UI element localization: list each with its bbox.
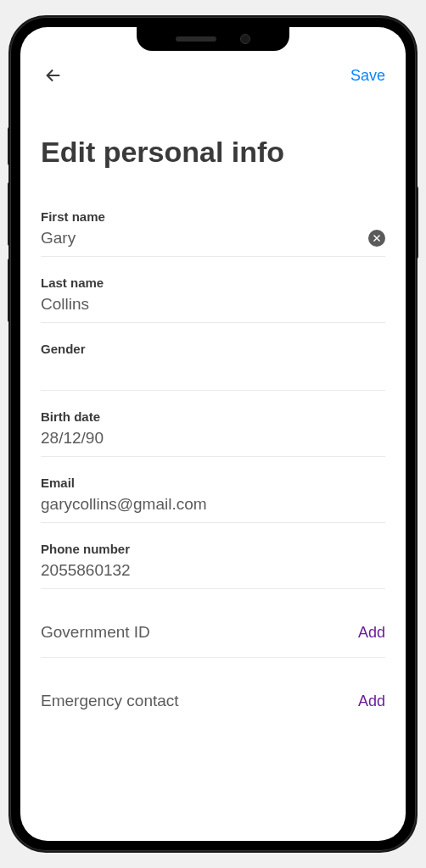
link-label: Emergency contact (41, 692, 179, 710)
field-label: Last name (41, 275, 385, 290)
side-button (8, 259, 10, 322)
government-id-row[interactable]: Government ID Add (41, 608, 385, 658)
link-label: Government ID (41, 623, 150, 642)
back-arrow-icon (44, 66, 63, 85)
field-label: Phone number (41, 542, 385, 556)
last-name-input[interactable] (41, 295, 385, 314)
email-input[interactable] (41, 495, 385, 514)
field-row (41, 561, 385, 580)
gender-input[interactable] (41, 361, 385, 381)
field-label: Birth date (41, 409, 385, 424)
side-button (8, 127, 10, 165)
birth-date-field: Birth date (41, 409, 385, 457)
phone-field: Phone number (41, 542, 385, 589)
phone-input[interactable] (41, 561, 385, 580)
add-government-id-button[interactable]: Add (358, 624, 385, 642)
close-icon (373, 234, 381, 242)
birth-date-input[interactable] (41, 429, 385, 448)
speaker (176, 36, 216, 42)
clear-button[interactable] (368, 230, 385, 247)
notch (137, 27, 289, 51)
field-label: Gender (41, 342, 385, 356)
page-title: Edit personal info (41, 136, 385, 169)
front-camera (240, 34, 250, 44)
side-button (8, 182, 10, 246)
field-row (41, 361, 385, 381)
screen: Save Edit personal info First name Last (20, 27, 406, 841)
side-button (416, 186, 418, 259)
field-row (41, 429, 385, 448)
field-label: First name (41, 209, 385, 224)
first-name-input[interactable] (41, 229, 368, 248)
emergency-contact-row[interactable]: Emergency contact Add (41, 676, 385, 726)
email-field: Email (41, 476, 385, 523)
last-name-field: Last name (41, 275, 385, 323)
field-row (41, 295, 385, 314)
save-button[interactable]: Save (350, 67, 385, 85)
add-emergency-contact-button[interactable]: Add (358, 693, 385, 710)
phone-frame: Save Edit personal info First name Last (10, 17, 416, 851)
gender-field: Gender (41, 342, 385, 391)
field-row (41, 229, 385, 248)
field-label: Email (41, 476, 385, 490)
first-name-field: First name (41, 209, 385, 257)
content: Save Edit personal info First name Last (20, 27, 406, 841)
field-row (41, 495, 385, 514)
back-button[interactable] (41, 63, 66, 88)
